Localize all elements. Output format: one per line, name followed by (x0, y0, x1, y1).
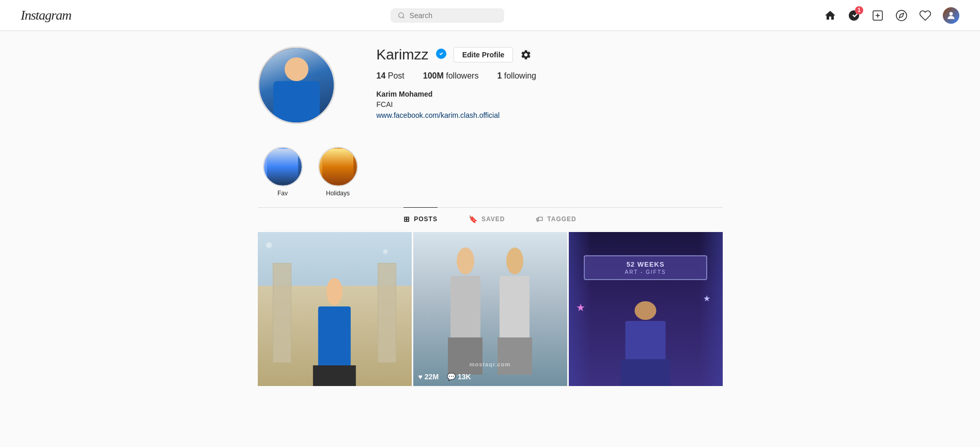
svg-point-0 (399, 12, 403, 17)
followers-stat[interactable]: 100M followers (423, 71, 479, 81)
profile-stats: 14 Post 100M followers 1 following (377, 71, 723, 81)
settings-button[interactable] (520, 49, 532, 60)
post-cell-3[interactable]: 52 WEEKS ART - GIFTS ★ ★ 🦋 (569, 232, 723, 386)
heart-icon[interactable] (919, 9, 931, 22)
highlight-holidays-circle (318, 147, 358, 187)
posts-tab-icon: ⊞ (403, 215, 410, 223)
search-bar[interactable] (391, 8, 504, 23)
profile-avatar-nav[interactable] (943, 7, 959, 24)
post-2-inner: mostaqr.com ♥ 22M 💬 13K (413, 232, 567, 386)
posts-grid: ❄ ❄ (258, 232, 723, 386)
posts-stat[interactable]: 14 Post (377, 71, 405, 81)
svg-line-1 (403, 17, 405, 18)
saved-tab-icon: 🔖 (469, 215, 478, 223)
post-2-likes: ♥ 22M (418, 373, 439, 381)
highlight-holidays-label: Holidays (326, 190, 350, 197)
main-content: Karimzz Edite Profile 14 (247, 31, 733, 386)
profile-full-name: Karim Mohamed (377, 90, 723, 98)
notification-badge: 1 (855, 6, 863, 14)
saved-tab-label: SAVED (481, 215, 505, 223)
profile-bio: FCAI (377, 100, 723, 109)
add-post-icon[interactable] (872, 9, 884, 22)
profile-header: Karimzz Edite Profile 14 (258, 47, 723, 124)
highlight-fav[interactable]: Fav (263, 147, 303, 197)
highlights-section: Fav Holidays (258, 147, 723, 197)
tagged-tab-icon: 🏷 (536, 215, 543, 223)
post-2-overlay: ♥ 22M 💬 13K (418, 373, 471, 381)
highlight-fav-circle (263, 147, 303, 187)
highlight-holidays-image (319, 148, 357, 186)
messenger-icon[interactable]: 1 (848, 9, 860, 22)
profile-avatar (258, 47, 335, 124)
profile-avatar-wrap (258, 47, 335, 124)
search-icon (398, 11, 405, 20)
profile-link[interactable]: www.facebook.com/karim.clash.official (377, 111, 500, 119)
post-2-bg: mostaqr.com ♥ 22M 💬 13K (413, 232, 567, 386)
verified-badge (436, 49, 446, 61)
edit-profile-button[interactable]: Edite Profile (454, 47, 514, 63)
posts-tab-label: POSTS (414, 215, 438, 223)
tagged-tab-label: TAGGED (547, 215, 576, 223)
navbar: Instagram 1 (0, 0, 980, 31)
post-3-bg: 52 WEEKS ART - GIFTS ★ ★ 🦋 (569, 232, 723, 386)
svg-point-7 (950, 12, 953, 16)
tab-posts[interactable]: ⊞ POSTS (403, 207, 438, 230)
profile-username-row: Karimzz Edite Profile (377, 47, 723, 63)
svg-marker-6 (899, 13, 904, 17)
tab-tagged[interactable]: 🏷 TAGGED (536, 207, 576, 230)
highlight-fav-image (264, 148, 302, 186)
profile-tabs: ⊞ POSTS 🔖 SAVED 🏷 TAGGED (258, 208, 723, 230)
profile-username: Karimzz (377, 47, 429, 63)
explore-icon[interactable] (895, 9, 908, 22)
post-2-comments: 💬 13K (447, 373, 471, 381)
post-cell-1[interactable]: ❄ ❄ (258, 232, 412, 386)
post-cell-2[interactable]: mostaqr.com ♥ 22M 💬 13K (413, 232, 567, 386)
following-stat[interactable]: 1 following (497, 71, 536, 81)
search-input[interactable] (410, 11, 497, 20)
svg-point-5 (896, 10, 907, 21)
post-1-bg: ❄ ❄ (258, 232, 412, 386)
highlight-holidays[interactable]: Holidays (318, 147, 358, 197)
instagram-logo: Instagram (21, 8, 71, 23)
post-1-inner: ❄ ❄ (258, 232, 412, 386)
highlight-fav-label: Fav (277, 190, 288, 197)
profile-info: Karimzz Edite Profile 14 (377, 47, 723, 120)
post-3-inner: 52 WEEKS ART - GIFTS ★ ★ 🦋 (569, 232, 723, 386)
nav-icons: 1 (824, 7, 959, 24)
tab-saved[interactable]: 🔖 SAVED (469, 207, 505, 230)
home-icon[interactable] (824, 9, 836, 22)
